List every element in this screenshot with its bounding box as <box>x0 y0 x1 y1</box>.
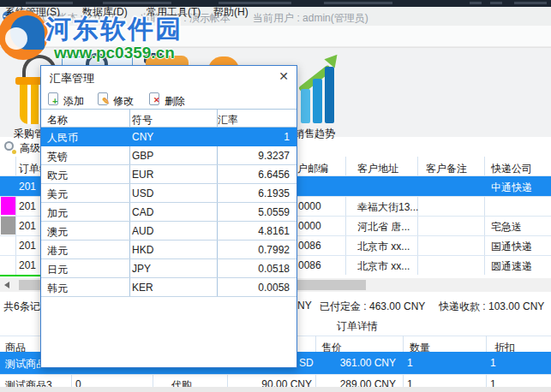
currency-name: 加元 <box>47 206 68 221</box>
order-address: 北京市 xx... <box>357 259 410 274</box>
order-zip: 0086 <box>298 259 321 271</box>
currency-rate: 9.3237 <box>218 150 290 162</box>
sales-trend-icon[interactable] <box>301 89 310 123</box>
express-collect: 快递收款 : 103.00 CNY <box>439 300 544 314</box>
currency-rate: 6.6456 <box>218 169 290 181</box>
delete-button[interactable]: ✕ 删除 <box>149 92 189 108</box>
chart-bar <box>325 67 334 123</box>
currency-symbol: GBP <box>132 150 153 162</box>
delete-button-label: 删除 <box>165 94 185 109</box>
currency-name: 韩元 <box>47 282 68 296</box>
currency-symbol: JPY <box>132 263 151 275</box>
menu-help[interactable]: 帮助(H) <box>213 5 249 20</box>
exchange-rate-row[interactable]: 英镑 GBP 9.3237 <box>41 146 296 165</box>
currency-symbol: HKD <box>132 244 153 256</box>
order-address: 北京市 xx... <box>357 240 410 254</box>
order-express: 宅急送 <box>491 220 522 235</box>
currency-rate: 4.8161 <box>218 225 290 237</box>
currency-rate: 0.0518 <box>218 263 290 275</box>
exchange-rate-row[interactable]: 日元 JPY 0.0518 <box>41 259 296 278</box>
order-zip: 0000 <box>298 220 321 232</box>
exchange-rate-row[interactable]: 港元 HKD 0.7992 <box>41 241 296 259</box>
app-window: 维德代购帐本 v2.0.3.5当前帐本 : 演示帐本当前用户 : admin(管… <box>0 0 551 392</box>
row-color-tag <box>1 197 15 215</box>
order-zip: 0000 <box>298 200 321 212</box>
col-name[interactable]: 名称 <box>47 113 68 128</box>
currency-name: 日元 <box>47 263 68 277</box>
detail-discount: 1 <box>490 357 496 369</box>
currency-name: 美元 <box>47 187 68 202</box>
currency-name: 港元 <box>47 244 68 258</box>
exchange-rate-row[interactable]: 欧元 EUR 6.6456 <box>41 165 296 184</box>
col-note[interactable]: 客户备注 <box>426 162 467 176</box>
currency-name: 澳元 <box>47 225 68 240</box>
currency-rate: 1 <box>218 131 290 143</box>
scroll-left-arrow[interactable] <box>4 282 9 288</box>
watermark-logo <box>0 10 48 60</box>
sales-trend-button-label[interactable]: 销售趋势 <box>294 127 335 141</box>
currency-symbol: EUR <box>132 169 153 181</box>
exchange-rate-row[interactable]: 澳元 AUD 4.8161 <box>41 222 296 241</box>
exchange-rate-row[interactable]: 加元 CAD 5.0559 <box>41 203 296 222</box>
chart-bar <box>313 79 322 123</box>
add-button[interactable]: + 添加 <box>48 92 87 108</box>
col-address[interactable]: 客户地址 <box>357 162 398 176</box>
col-rate[interactable]: 汇率 <box>218 113 238 128</box>
currency-symbol: USD <box>132 187 153 199</box>
currency-symbol: KER <box>132 282 153 294</box>
detail-qty: 1 <box>407 357 413 369</box>
order-express: 圆通速递 <box>491 259 532 274</box>
currency-rate: 5.0559 <box>218 206 290 218</box>
bottom-scrollbar[interactable] <box>0 387 551 392</box>
order-no[interactable]: 201 <box>19 259 36 271</box>
currency-name: 英镑 <box>47 150 68 164</box>
currency-name: 欧元 <box>47 169 68 183</box>
detail-cost-fragment: SD <box>299 357 314 369</box>
edit-button[interactable]: ✎ 修改 <box>98 92 137 108</box>
currency-rate: 6.1935 <box>218 187 290 199</box>
exchange-rate-row[interactable]: 美元 USD 6.1935 <box>41 184 296 203</box>
order-address: 幸福大街13... <box>357 200 418 215</box>
order-no: 201 <box>19 181 36 193</box>
order-address: 河北省 唐... <box>357 220 410 235</box>
edit-icon: ✎ <box>102 96 110 107</box>
row-color-tag <box>1 217 15 235</box>
currency-rate: 0.7992 <box>218 244 290 256</box>
magnifier-handle <box>12 150 16 154</box>
currency-symbol: CAD <box>132 206 153 218</box>
currency-name: 人民币 <box>47 131 78 146</box>
detail-price: 361.00 CNY <box>315 357 396 369</box>
col-symbol[interactable]: 符号 <box>132 113 153 128</box>
order-details-title: 订单详情 <box>337 319 378 334</box>
watermark-site-name: 河东软件园 <box>45 12 183 47</box>
close-icon[interactable]: ✕ <box>278 69 289 83</box>
order-no[interactable]: 201 <box>19 220 36 232</box>
exchange-rate-row[interactable]: 韩元 KER 0.0058 <box>41 278 296 297</box>
delete-icon: ✕ <box>153 96 160 104</box>
currency-symbol: CNY <box>132 131 153 143</box>
order-express: 国通快递 <box>491 240 532 254</box>
edit-button-label: 修改 <box>113 94 134 109</box>
col-express[interactable]: 快递公司 <box>491 162 532 176</box>
deposit-paid: 已付定金 : 463.00 CNY <box>320 300 425 314</box>
add-button-label: 添加 <box>63 94 84 109</box>
dialog-title: 汇率管理 <box>50 71 94 86</box>
currency-symbol: AUD <box>132 225 153 237</box>
exchange-rate-row-selected[interactable]: 人民币 CNY 1 <box>41 128 296 146</box>
order-zip: 0086 <box>298 240 321 252</box>
order-no[interactable]: 201 <box>19 200 36 212</box>
order-express: 中通快递 <box>491 181 532 195</box>
current-user-label: 当前用户 : admin(管理员) <box>253 12 368 24</box>
add-icon: + <box>52 96 57 106</box>
watermark-site-url: www.pc0359.cn <box>54 44 175 62</box>
currency-rate: 0.0058 <box>218 282 290 294</box>
amount-fragment: NY <box>297 300 312 312</box>
exchange-rate-dialog: 汇率管理 ✕ + 添加 ✎ 修改 ✕ 删除 名称 符号 汇率 人民币 CNY <box>40 65 297 368</box>
order-no[interactable]: 201 <box>19 240 36 252</box>
